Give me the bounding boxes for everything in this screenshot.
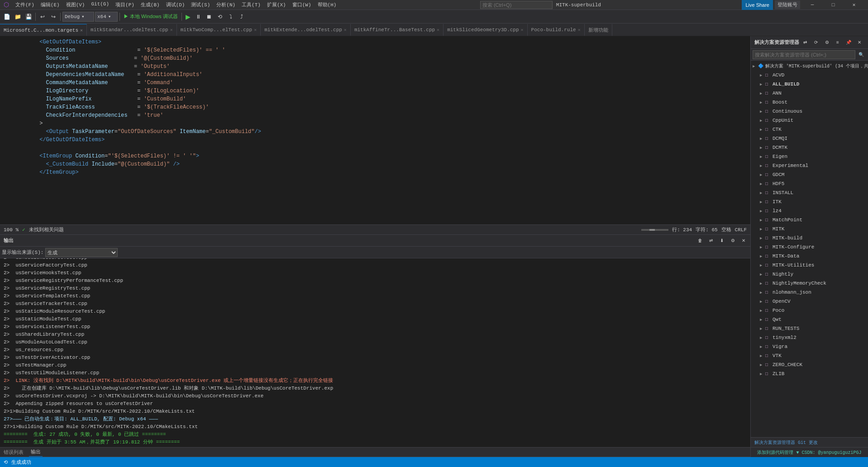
live-share-button[interactable]: Live Share: [742, 0, 773, 10]
maximize-button[interactable]: □: [823, 0, 844, 10]
new-file-button[interactable]: 📄: [2, 12, 12, 22]
tab-5[interactable]: mitkSlicedGeometry3D.cpp ✕: [444, 24, 527, 36]
menu-edit[interactable]: 编辑(E): [38, 0, 62, 9]
tree-item-mitk-utilities[interactable]: ▶ □ MITK-Utilities: [751, 261, 868, 270]
tree-item-poco[interactable]: ▶ □ Poco: [751, 306, 868, 315]
menu-help[interactable]: 帮助(H): [315, 0, 339, 9]
tab-7[interactable]: 新增功能: [585, 24, 612, 36]
solution-search-input[interactable]: [753, 50, 855, 59]
tab-2-close[interactable]: ✕: [254, 27, 257, 33]
tree-item-vtk[interactable]: ▶ □ VTK: [751, 351, 868, 360]
toolbar-btn-5[interactable]: ⏸: [193, 12, 203, 22]
tree-item-dcmtk[interactable]: ▶ □ DCMTK: [751, 143, 868, 152]
tree-item-tinyxml2[interactable]: ▶ □ tinyxml2: [751, 333, 868, 342]
output-close-button[interactable]: ✕: [739, 236, 749, 246]
menu-file[interactable]: 文件(F): [13, 0, 37, 9]
tree-item-opencv[interactable]: ▶ □ OpenCV: [751, 297, 868, 306]
tree-item-cppunit[interactable]: ▶ □ CppUnit: [751, 116, 868, 125]
tree-item-zlib[interactable]: ▶ □ ZLIB: [751, 369, 868, 378]
tree-item-ann[interactable]: ▶ □ ANN: [751, 89, 868, 98]
tree-item-mitk-build[interactable]: ▶ □ MITK-build: [751, 234, 868, 243]
tree-item-install[interactable]: ▶ □ INSTALL: [751, 188, 868, 197]
tree-item-all-build[interactable]: ▶ □ ALL_BUILD: [751, 80, 868, 89]
minimize-button[interactable]: ─: [802, 0, 823, 10]
menu-build[interactable]: 生成(B): [138, 0, 162, 9]
tree-item-qwt[interactable]: ▶ □ Qwt: [751, 315, 868, 324]
tree-item-matchpoint[interactable]: ▶ □ MatchPoint: [751, 215, 868, 224]
bottom-tab-output[interactable]: 输出: [29, 448, 43, 457]
menu-test[interactable]: 测试(S): [188, 0, 213, 9]
menu-git[interactable]: Git(G): [88, 0, 112, 9]
menu-tools[interactable]: 工具(T): [239, 0, 263, 9]
menu-window[interactable]: 窗口(W): [290, 0, 314, 9]
tree-item-nightlymemorycheck[interactable]: ▶ □ NightlyMemoryCheck: [751, 279, 868, 288]
open-file-button[interactable]: 📁: [13, 12, 23, 22]
output-content[interactable]: 2> Checking resource dependencies for us…: [0, 258, 750, 447]
attach-button[interactable]: ▶: [184, 13, 192, 20]
output-clear-button[interactable]: 🗑: [695, 236, 705, 246]
tree-item-vigra[interactable]: ▶ □ Vigra: [751, 342, 868, 351]
menu-analyze[interactable]: 分析(N): [214, 0, 238, 9]
tab-1[interactable]: mitkStandar...odelTest.cpp ✕: [87, 24, 177, 36]
run-button[interactable]: ▶ 本地 Windows 调试器: [122, 13, 180, 20]
save-button[interactable]: 💾: [24, 12, 33, 22]
solution-close-button[interactable]: ✕: [854, 38, 864, 48]
tab-4[interactable]: mitkAffineTr...BaseTest.cpp ✕: [351, 24, 444, 36]
tree-item-acvd[interactable]: ▶ □ ACVD: [751, 71, 868, 80]
solution-pin-button[interactable]: 📌: [844, 38, 854, 48]
tab-3[interactable]: mitkExtende...odelTest.cpp ✕: [261, 24, 351, 36]
output-wrap-button[interactable]: ⇌: [706, 236, 716, 246]
tree-item-experimental[interactable]: ▶ □ Experimental: [751, 161, 868, 170]
redo-button[interactable]: ↪: [48, 12, 58, 22]
toolbar-btn-8[interactable]: ⤵: [226, 12, 236, 22]
close-button[interactable]: ✕: [844, 0, 864, 10]
menu-view[interactable]: 视图(V): [63, 0, 88, 9]
menu-project[interactable]: 项目(P): [113, 0, 137, 9]
tab-2[interactable]: mitkTwoComp...elTest.cpp ✕: [177, 24, 261, 36]
toolbar-btn-6[interactable]: ⏹: [204, 12, 214, 22]
toolbar-btn-7[interactable]: ⟲: [215, 12, 225, 22]
tab-6-close[interactable]: ✕: [578, 27, 581, 33]
tree-item-lz4[interactable]: ▶ □ lz4: [751, 206, 868, 215]
menu-debug[interactable]: 调试(D): [163, 0, 188, 9]
toolbar-btn-9[interactable]: ⤴: [237, 12, 247, 22]
solution-root-item[interactable]: ▶ 🔷 解决方案 'MITK-superbuild' (34 个项目，共 34 …: [751, 62, 868, 71]
tree-item-ctk[interactable]: ▶ □ CTK: [751, 125, 868, 134]
undo-button[interactable]: ↩: [38, 12, 48, 22]
platform-dropdown[interactable]: x64 ▾: [95, 12, 118, 22]
tab-1-close[interactable]: ✕: [170, 27, 173, 33]
menu-extensions[interactable]: 扩展(X): [264, 0, 289, 9]
tree-item-nightly[interactable]: ▶ □ Nightly: [751, 270, 868, 279]
tab-3-close[interactable]: ✕: [344, 27, 347, 33]
solution-settings-button[interactable]: ≡: [833, 38, 843, 48]
tree-item-hdf5[interactable]: ▶ □ HDF5: [751, 179, 868, 188]
user-badge[interactable]: 登陆账号: [775, 0, 800, 9]
tab-0[interactable]: Microsoft.C...mon.targets ✕: [0, 24, 87, 36]
tree-item-mitk-data[interactable]: ▶ □ MITK-Data: [751, 252, 868, 261]
bottom-tab-errors[interactable]: 错误列表: [2, 448, 25, 457]
tree-item-boost[interactable]: ▶ □ Boost: [751, 98, 868, 107]
solution-filter-button[interactable]: ⚙: [822, 38, 832, 48]
tree-item-continuous[interactable]: ▶ □ Continuous: [751, 107, 868, 116]
tab-0-close[interactable]: ✕: [80, 28, 83, 33]
tree-item-gdcm[interactable]: ▶ □ GDCM: [751, 170, 868, 179]
tab-6[interactable]: Poco-build.rule ✕: [528, 24, 585, 36]
tree-item-run-tests[interactable]: ▶ □ RUN_TESTS: [751, 324, 868, 333]
tree-item-zero-check[interactable]: ▶ □ ZERO_CHECK: [751, 360, 868, 369]
output-settings-button[interactable]: ⚙: [728, 236, 738, 246]
tree-item-eigen[interactable]: ▶ □ Eigen: [751, 152, 868, 161]
solution-search-button[interactable]: 🔍: [856, 50, 866, 60]
tree-item-mitk-configure[interactable]: ▶ □ MITK-Configure: [751, 243, 868, 252]
tab-4-close[interactable]: ✕: [437, 27, 439, 33]
output-scroll-button[interactable]: ⬇: [717, 236, 727, 246]
tree-item-nlohmann-json[interactable]: ▶ □ nlohmann_json: [751, 288, 868, 297]
tree-item-mitk[interactable]: ▶ □ MITK: [751, 224, 868, 234]
solution-sync-button[interactable]: ⇄: [800, 38, 810, 48]
add-to-source-button[interactable]: 添加到源代码管理 ▼ CSDN: @yanpuguiguziPGJ: [757, 449, 861, 456]
output-source-select[interactable]: 生成: [45, 248, 118, 257]
config-dropdown[interactable]: Debug ▾: [62, 12, 94, 22]
title-search-input[interactable]: [480, 1, 553, 9]
solution-refresh-button[interactable]: ⟳: [811, 38, 821, 48]
tree-item-itk[interactable]: ▶ □ ITK: [751, 197, 868, 206]
tab-5-close[interactable]: ✕: [521, 27, 524, 33]
